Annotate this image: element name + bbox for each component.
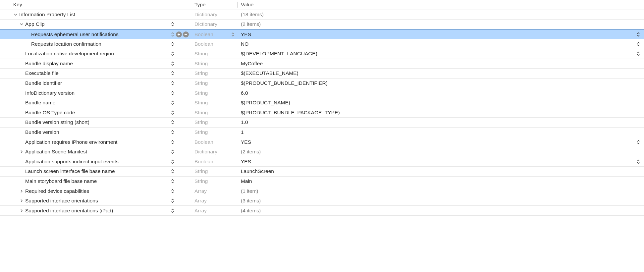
value-cell[interactable]: $(PRODUCT_NAME) [237,100,644,106]
key-cell[interactable]: Required device capabilities [0,188,191,194]
type-cell[interactable]: Dictionary [191,149,237,155]
value-cell[interactable]: LaunchScreen [237,168,644,174]
key-cell[interactable]: Bundle version string (short) [0,119,191,125]
type-cell[interactable]: String [191,168,237,174]
key-stepper-icon[interactable] [170,139,175,145]
value-cell[interactable]: (2 items) [237,21,644,27]
table-row[interactable]: InfoDictionary versionString6.0 [0,88,644,98]
key-stepper-icon[interactable] [170,129,175,135]
key-cell[interactable]: Bundle display name [0,61,191,67]
value-cell[interactable]: 6.0 [237,90,644,96]
table-row[interactable]: Application requires iPhone environmentB… [0,137,644,147]
chevron-right-icon[interactable] [19,208,24,213]
table-row[interactable]: Application supports indirect input even… [0,157,644,167]
table-row[interactable]: Supported interface orientations (iPad)A… [0,206,644,216]
key-cell[interactable]: Requests location confirmation [0,41,191,47]
key-cell[interactable]: Application Scene Manifest [0,149,191,155]
type-cell[interactable]: Boolean [191,159,237,165]
key-stepper-icon[interactable] [170,41,175,47]
type-cell[interactable]: Boolean [191,139,237,145]
type-cell[interactable]: Array [191,188,237,194]
key-cell[interactable]: App Clip [0,21,191,27]
value-cell[interactable]: NO [237,41,644,47]
value-stepper-icon[interactable] [636,139,641,145]
column-header-type[interactable]: Type [191,2,237,8]
value-cell[interactable]: (4 items) [237,208,644,214]
value-cell[interactable]: YES [237,139,644,145]
key-cell[interactable]: Bundle name [0,100,191,106]
key-cell[interactable]: Application requires iPhone environment [0,139,191,145]
column-header-value[interactable]: Value [237,2,644,8]
chevron-right-icon[interactable] [19,149,24,154]
value-cell[interactable]: $(PRODUCT_BUNDLE_IDENTIFIER) [237,80,644,86]
value-cell[interactable]: (3 items) [237,198,644,204]
value-stepper-icon[interactable] [636,51,641,57]
type-cell[interactable]: Dictionary [191,21,237,27]
table-row[interactable]: Bundle version string (short)String1.0 [0,118,644,128]
chevron-down-icon[interactable] [13,12,18,17]
value-cell[interactable]: YES [237,31,644,37]
value-cell[interactable]: (2 items) [237,149,644,155]
key-stepper-icon[interactable] [170,168,175,174]
table-row[interactable]: Main storyboard file base nameStringMain [0,177,644,187]
type-cell[interactable]: String [191,129,237,135]
key-stepper-icon[interactable] [170,188,175,194]
table-row[interactable]: Bundle nameString$(PRODUCT_NAME) [0,98,644,108]
key-cell[interactable]: Launch screen interface file base name [0,168,191,174]
key-cell[interactable]: Supported interface orientations (iPad) [0,208,191,214]
type-cell[interactable]: String [191,80,237,86]
key-cell[interactable]: Bundle identifier [0,80,191,86]
type-cell[interactable]: Boolean [191,31,237,37]
key-cell[interactable]: Bundle OS Type code [0,110,191,116]
key-stepper-icon[interactable] [170,51,175,57]
value-cell[interactable]: 1.0 [237,119,644,125]
chevron-down-icon[interactable] [19,22,24,27]
key-stepper-icon[interactable] [170,149,175,155]
key-stepper-icon[interactable] [170,90,175,96]
key-cell[interactable]: Main storyboard file base name [0,178,191,184]
table-row[interactable]: Bundle OS Type codeString$(PRODUCT_BUNDL… [0,108,644,118]
table-row[interactable]: Localization native development regionSt… [0,49,644,59]
type-cell[interactable]: String [191,51,237,57]
type-cell[interactable]: Array [191,208,237,214]
table-row[interactable]: Bundle display nameStringMyCoffee [0,59,644,69]
key-cell[interactable]: InfoDictionary version [0,90,191,96]
key-stepper-icon[interactable] [170,159,175,165]
value-cell[interactable]: $(DEVELOPMENT_LANGUAGE) [237,51,644,57]
table-row[interactable]: Required device capabilitiesArray(1 item… [0,186,644,196]
type-cell[interactable]: Array [191,198,237,204]
type-cell[interactable]: Boolean [191,41,237,47]
value-cell[interactable]: $(EXECUTABLE_NAME) [237,70,644,76]
value-stepper-icon[interactable] [636,159,641,165]
key-stepper-icon[interactable] [170,21,175,27]
key-cell[interactable]: Executable file [0,70,191,76]
type-cell[interactable]: String [191,119,237,125]
key-cell[interactable]: Localization native development region [0,51,191,57]
type-cell[interactable]: String [191,61,237,67]
chevron-right-icon[interactable] [19,189,24,193]
type-cell[interactable]: String [191,90,237,96]
table-row[interactable]: Requests ephemeral user notificationsBoo… [0,29,644,39]
remove-row-button[interactable] [183,31,189,37]
column-header-key[interactable]: Key [0,2,191,8]
value-cell[interactable]: $(PRODUCT_BUNDLE_PACKAGE_TYPE) [237,110,644,116]
table-row[interactable]: Bundle identifierString$(PRODUCT_BUNDLE_… [0,79,644,88]
value-cell[interactable]: YES [237,159,644,165]
key-stepper-icon[interactable] [170,61,175,67]
table-row[interactable]: Requests location confirmationBooleanNO [0,39,644,49]
key-stepper-icon[interactable] [170,198,175,204]
key-stepper-icon[interactable] [170,70,175,76]
key-stepper-icon[interactable] [170,110,175,116]
table-row[interactable]: Information Property ListDictionary(18 i… [0,10,644,20]
type-cell[interactable]: Dictionary [191,12,237,18]
table-row[interactable]: Application Scene ManifestDictionary(2 i… [0,147,644,157]
value-cell[interactable]: (1 item) [237,188,644,194]
add-row-button[interactable] [176,31,182,37]
key-stepper-icon[interactable] [170,178,175,184]
value-stepper-icon[interactable] [636,41,641,47]
type-cell[interactable]: String [191,110,237,116]
type-cell[interactable]: String [191,100,237,106]
key-cell[interactable]: Application supports indirect input even… [0,159,191,165]
key-cell[interactable]: Requests ephemeral user notifications [0,31,191,37]
value-cell[interactable]: Main [237,178,644,184]
